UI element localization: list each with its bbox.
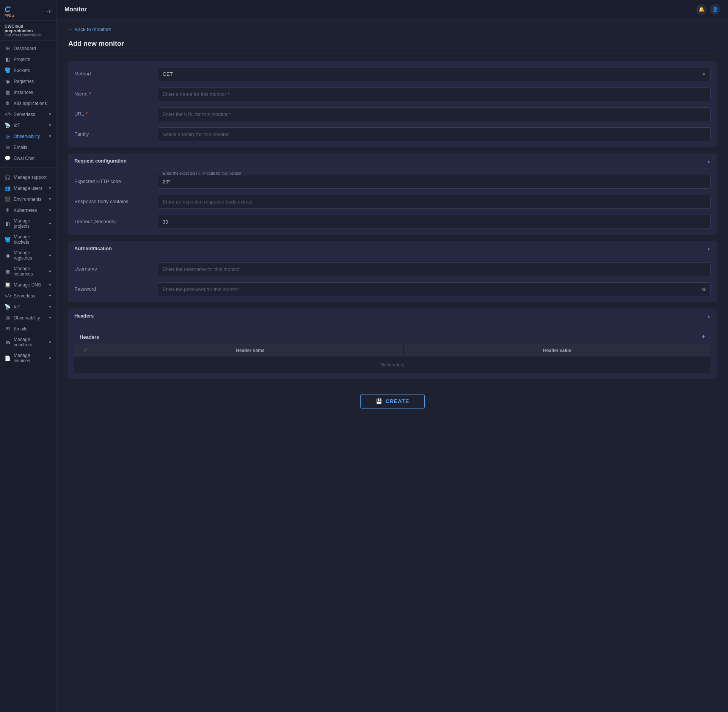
sidebar-item-label: Manage invoices: [14, 353, 45, 363]
sidebar-item-label: Observability: [14, 315, 40, 321]
password-input-wrap: 👁: [158, 282, 711, 296]
back-to-monitors-link[interactable]: ← Back to monitors: [68, 27, 717, 32]
sidebar-item-label: Manage instances: [14, 266, 45, 277]
sidebar-item-serverless[interactable]: </> Serverless: [0, 109, 56, 120]
required-mark: *: [86, 111, 88, 117]
username-input[interactable]: [158, 262, 711, 276]
method-select[interactable]: GET POST PUT DELETE PATCH HEAD: [158, 67, 711, 81]
chevron-down-icon: [48, 269, 52, 274]
sidebar-item-k8s[interactable]: ☸ K8s applications: [0, 98, 56, 109]
request-config-body: Expected HTTP code Enter the expected HT…: [68, 169, 717, 235]
sidebar-item-environments[interactable]: ⬛ Environments: [0, 194, 56, 205]
no-headers-message: No headers: [74, 357, 711, 373]
password-label: Password: [74, 282, 150, 292]
method-select-wrap: GET POST PUT DELETE PATCH HEAD ▼: [158, 67, 711, 81]
notifications-icon[interactable]: 🔔: [696, 4, 707, 15]
headers-header[interactable]: Headers: [68, 308, 717, 324]
sidebar-item-manage-serverless[interactable]: </> Serverless: [0, 290, 56, 301]
sidebar-item-manage-users[interactable]: 👥 Manage users: [0, 183, 56, 194]
create-button[interactable]: 💾 CREATE: [360, 394, 425, 408]
collapse-sidebar-button[interactable]: ≪: [47, 9, 52, 14]
chevron-down-icon: [48, 316, 52, 320]
collapse-icon: [707, 313, 711, 319]
sidebar-item-manage-invoices[interactable]: 📄 Manage invoices: [0, 350, 56, 366]
http-code-input-wrap: Enter the expected HTTP code for this mo…: [158, 175, 711, 189]
timeout-row: Timeout (Seconds): [74, 215, 711, 229]
sidebar-item-manage-iot[interactable]: 📡 IoT: [0, 301, 56, 312]
sidebar-item-manage-emails[interactable]: ✉ Emails: [0, 323, 56, 334]
chevron-down-icon: [48, 112, 52, 116]
observability-icon: ◎: [5, 133, 11, 139]
sidebar-item-manage-observability[interactable]: ◎ Observability: [0, 312, 56, 323]
chevron-down-icon: [48, 305, 52, 309]
sidebar-item-emails[interactable]: ✉ Emails: [0, 142, 56, 153]
sidebar-item-cwai-chat[interactable]: 💬 Cwai Chat: [0, 153, 56, 164]
k8s-icon: ☸: [5, 100, 11, 106]
sidebar-item-manage-support[interactable]: 🎧 Manage support: [0, 172, 56, 183]
save-icon: 💾: [376, 398, 383, 404]
headers-table-header: Headers +: [74, 330, 711, 344]
env-name: CWCloud preproduction: [5, 24, 52, 33]
manage-instances-icon: ▦: [5, 269, 11, 274]
http-code-input[interactable]: [158, 175, 711, 189]
family-input[interactable]: [158, 127, 711, 141]
emails-icon: ✉: [5, 144, 11, 150]
sidebar: C PPD▲ ≪ CWCloud preproduction ppd.cloud…: [0, 0, 57, 712]
user-avatar[interactable]: 👤: [710, 4, 720, 15]
serverless-icon: </>: [5, 111, 11, 117]
sidebar-item-manage-vouchers[interactable]: 🎟 Manage vouchers: [0, 334, 56, 350]
create-button-label: CREATE: [386, 398, 410, 404]
sidebar-item-dashboard[interactable]: ⊞ Dashboard: [0, 43, 56, 54]
auth-header[interactable]: Authentification: [68, 241, 717, 256]
collapse-icon: [707, 158, 711, 164]
col-value: Header value: [404, 344, 711, 357]
sidebar-item-iot[interactable]: 📡 IoT: [0, 120, 56, 131]
headers-title: Headers: [74, 313, 94, 319]
sidebar-item-kubernetes[interactable]: ☸ Kubernetes: [0, 205, 56, 216]
sidebar-item-manage-buckets[interactable]: 🪣 Manage buckets: [0, 232, 56, 247]
sidebar-item-manage-registries[interactable]: ◉ Manage registries: [0, 247, 56, 263]
sidebar-item-manage-projects[interactable]: ◧ Manage projects: [0, 216, 56, 232]
chat-icon: 💬: [5, 155, 11, 161]
request-config-header[interactable]: Request configuration: [68, 153, 717, 169]
sidebar-item-label: Manage vouchers: [14, 337, 45, 347]
auth-section: Authentification Username Password 👁: [68, 241, 717, 302]
collapse-icon: [707, 246, 711, 251]
name-input[interactable]: [158, 87, 711, 101]
sidebar-divider: [0, 167, 56, 168]
sidebar-item-registries[interactable]: ◉ Registries: [0, 76, 56, 87]
logo-main: C: [5, 5, 15, 14]
url-input[interactable]: [158, 107, 711, 121]
vouchers-icon: 🎟: [5, 340, 11, 345]
sidebar-item-instances[interactable]: ▦ Instances: [0, 87, 56, 98]
chevron-down-icon: [48, 208, 52, 212]
timeout-input-wrap: [158, 215, 711, 229]
sidebar-item-buckets[interactable]: 🪣 Buckets: [0, 65, 56, 76]
sidebar-item-manage-dns[interactable]: 🔲 Manage DNS: [0, 279, 56, 290]
environments-icon: ⬛: [5, 196, 11, 202]
response-body-input[interactable]: [158, 195, 711, 209]
chevron-down-icon: [48, 123, 52, 127]
required-mark: *: [89, 91, 91, 97]
sidebar-item-label: Kubernetes: [14, 208, 37, 213]
sidebar-item-observability[interactable]: ◎ Observability: [0, 131, 56, 142]
add-header-button[interactable]: +: [702, 333, 705, 340]
content-area: ← Back to monitors Add new monitor Metho…: [57, 19, 728, 712]
sidebar-item-label: Manage support: [14, 175, 47, 180]
support-icon: 🎧: [5, 174, 11, 180]
sidebar-item-label: Cwai Chat: [14, 156, 35, 161]
basic-fields-section: Method GET POST PUT DELETE PATCH HEAD ▼: [68, 61, 717, 147]
timeout-label: Timeout (Seconds): [74, 215, 150, 224]
manage-projects-icon: ◧: [5, 221, 11, 227]
name-label: Name *: [74, 87, 150, 97]
sidebar-item-manage-instances[interactable]: ▦ Manage instances: [0, 263, 56, 279]
password-toggle-button[interactable]: 👁: [701, 286, 707, 293]
sidebar-item-label: Projects: [14, 57, 30, 62]
url-row: URL *: [74, 107, 711, 121]
logo-block: C PPD▲: [5, 5, 15, 17]
password-input[interactable]: [158, 282, 711, 296]
timeout-input[interactable]: [158, 215, 711, 229]
chevron-down-icon: [48, 134, 52, 138]
sidebar-item-label: Manage users: [14, 186, 42, 191]
sidebar-item-projects[interactable]: ◧ Projects: [0, 54, 56, 65]
